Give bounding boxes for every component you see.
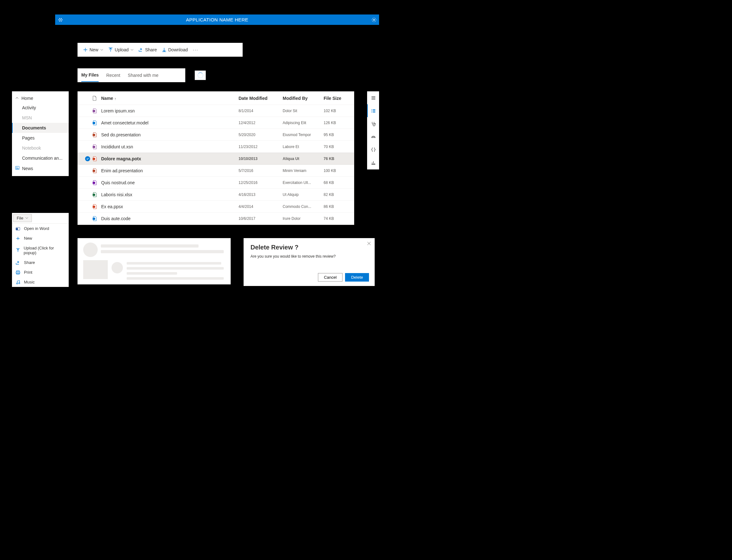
file-name: Ex ea.ppsx: [101, 204, 238, 209]
col-name[interactable]: Name↑: [101, 96, 238, 101]
upload-icon: [108, 48, 113, 52]
nav-item-activity[interactable]: Activity: [12, 103, 69, 113]
svg-point-6: [61, 20, 62, 21]
col-date[interactable]: Date Modified: [238, 96, 283, 101]
menu-item-open-in-word[interactable]: Open in Word: [12, 224, 69, 233]
share-icon: [16, 260, 21, 265]
waffle-icon[interactable]: [55, 17, 66, 22]
share-icon: [139, 48, 143, 52]
app-title: APPLICATION NAME HERE: [66, 17, 369, 22]
chart-icon[interactable]: [367, 156, 379, 169]
sort-asc-icon: ↑: [114, 97, 116, 100]
col-file-size[interactable]: File Size: [323, 96, 349, 101]
svg-point-4: [61, 18, 62, 19]
svg-rect-13: [93, 158, 95, 160]
file-menu-button[interactable]: File: [13, 214, 32, 222]
new-button[interactable]: New: [81, 43, 106, 57]
command-bar: New Upload Share Download ···: [77, 43, 243, 57]
table-row[interactable]: Ex ea.ppsx4/4/2014Commodo Con...86 KB: [78, 201, 354, 213]
file-date: 10/10/2013: [238, 157, 283, 161]
svg-rect-12: [93, 146, 95, 148]
plus-icon: [16, 236, 21, 241]
menu-item-upload-click-for-popup-[interactable]: Upload (Click for popup): [12, 243, 69, 258]
file-type-icon: [92, 216, 101, 221]
svg-point-2: [61, 19, 62, 20]
file-date: 8/1/2014: [238, 109, 283, 113]
file-name: Sed do.presentation: [101, 132, 238, 137]
table-row[interactable]: Sed do.presentation5/20/2020Eiusmod Temp…: [78, 129, 354, 141]
table-row[interactable]: Quis nostrud.one12/25/2016Exercitation U…: [78, 177, 354, 189]
table-header: Name↑ Date Modified Modified By File Siz…: [78, 92, 354, 105]
upload-button[interactable]: Upload: [106, 43, 136, 57]
svg-rect-16: [93, 194, 95, 196]
svg-rect-27: [16, 228, 18, 230]
close-icon[interactable]: [367, 241, 371, 246]
nav-item-documents[interactable]: Documents: [12, 123, 69, 133]
view-lines-icon[interactable]: [367, 91, 379, 104]
tab-recent[interactable]: Recent: [106, 68, 120, 82]
file-date: 12/25/2016: [238, 180, 283, 185]
file-name: Enim ad.presentation: [101, 168, 238, 173]
table-row[interactable]: Incididunt ut.xsn11/23/2012Labore Et70 K…: [78, 141, 354, 153]
view-list-icon[interactable]: [367, 104, 379, 117]
delete-button[interactable]: Delete: [345, 273, 369, 282]
table-row[interactable]: Enim ad.presentation5/7/2016Minim Veniam…: [78, 165, 354, 177]
menu-item-label: Music: [24, 280, 35, 284]
upload-icon: [16, 248, 20, 253]
dialog-body: Are you sure you would like to remove th…: [250, 254, 368, 259]
svg-rect-30: [17, 273, 19, 274]
file-size: 82 KB: [323, 192, 349, 197]
file-size: 100 KB: [323, 169, 349, 173]
download-icon: [162, 48, 166, 52]
share-button[interactable]: Share: [136, 43, 159, 57]
cancel-button[interactable]: Cancel: [318, 273, 342, 282]
file-table: Name↑ Date Modified Modified By File Siz…: [77, 91, 354, 225]
file-type-header-icon[interactable]: [92, 96, 101, 101]
menu-item-share[interactable]: Share: [12, 258, 69, 267]
nav-item-msn: MSN: [12, 113, 69, 123]
braces-icon[interactable]: [367, 143, 379, 156]
table-row[interactable]: Lorem ipsum.xsn8/1/2014Dolor Sit102 KB: [78, 105, 354, 117]
svg-rect-20: [372, 111, 372, 111]
file-modified-by: Dolor Sit: [283, 109, 323, 113]
svg-rect-14: [93, 170, 95, 172]
settings-gear-icon[interactable]: [369, 17, 379, 22]
table-row[interactable]: Duis aute.code10/6/2017Irure Dolor74 KB: [78, 213, 354, 225]
file-type-icon: [92, 144, 101, 149]
spinner-icon: [197, 72, 203, 78]
nav-item-pages[interactable]: Pages: [12, 133, 69, 143]
menu-item-print[interactable]: Print: [12, 267, 69, 277]
file-name: Dolore magna.potx: [101, 156, 238, 161]
tab-shared-with-me[interactable]: Shared with me: [128, 68, 158, 82]
svg-point-5: [59, 20, 60, 21]
menu-item-label: New: [24, 236, 32, 241]
more-button[interactable]: ···: [190, 47, 201, 52]
nav-news[interactable]: News: [12, 163, 69, 174]
file-type-icon: [92, 132, 101, 137]
nav-item-communication-an-[interactable]: Communication an...: [12, 153, 69, 163]
stethoscope-icon[interactable]: [367, 117, 379, 130]
file-date: 10/6/2017: [238, 216, 283, 221]
svg-rect-18: [93, 218, 95, 220]
file-type-icon: [92, 108, 101, 113]
table-row[interactable]: Dolore magna.potx10/10/2013Aliqua Ut76 K…: [78, 153, 354, 165]
spinner: [195, 71, 206, 80]
table-row[interactable]: Amet consectetur.model12/4/2012Adipiscin…: [78, 117, 354, 129]
file-modified-by: Labore Et: [283, 145, 323, 149]
file-name: Duis aute.code: [101, 216, 238, 221]
download-button[interactable]: Download: [159, 43, 190, 57]
nav-home-label: Home: [21, 96, 33, 101]
rainbow-icon[interactable]: [367, 130, 379, 143]
tab-my-files[interactable]: My Files: [81, 68, 99, 82]
chevron-down-icon: [25, 216, 28, 220]
row-checkbox[interactable]: [83, 156, 92, 161]
menu-item-new[interactable]: New: [12, 233, 69, 243]
nav-home[interactable]: Home: [12, 94, 69, 103]
menu-item-music[interactable]: Music: [12, 277, 69, 287]
col-modified-by[interactable]: Modified By: [283, 96, 323, 101]
file-type-icon: [92, 168, 101, 173]
table-row[interactable]: Laboris nisi.xlsx4/16/2013Ut Aliquip82 K…: [78, 189, 354, 201]
file-modified-by: Eiusmod Tempor: [283, 133, 323, 137]
svg-rect-15: [93, 182, 95, 184]
file-modified-by: Adipiscing Elit: [283, 121, 323, 125]
